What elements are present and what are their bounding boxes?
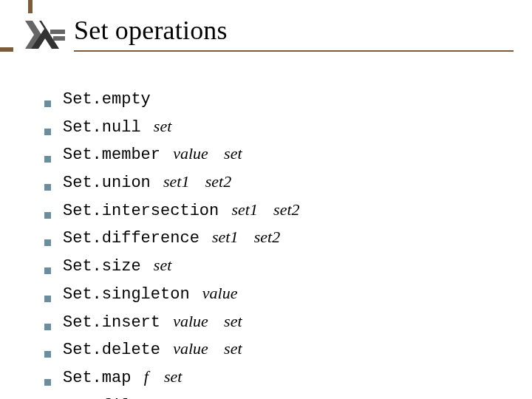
list-item-text: Set.map f set: [63, 366, 502, 389]
code-text: Set.member: [63, 146, 170, 164]
code-text: Set.filter: [63, 397, 170, 399]
code-text: Set.union: [63, 174, 160, 192]
code-text: Set.difference: [63, 229, 209, 248]
code-arg: set1: [163, 172, 189, 191]
code-arg: f: [173, 395, 177, 399]
code-arg: value: [173, 339, 208, 358]
code-text: Set.map: [63, 369, 141, 387]
code-text: [180, 397, 190, 399]
code-text: [211, 313, 221, 332]
code-text: Set.size: [63, 257, 151, 276]
code-arg: set: [164, 367, 182, 386]
list-item-text: Set.null set: [63, 115, 502, 139]
svg-rect-3: [53, 36, 65, 41]
code-arg: set: [194, 395, 211, 399]
code-text: [151, 369, 161, 387]
bullet-icon: [44, 129, 51, 135]
code-arg: value: [202, 284, 238, 302]
code-arg: set: [154, 256, 171, 274]
code-arg: set1: [231, 200, 257, 219]
code-text: Set.singleton: [63, 285, 200, 304]
code-text: Set.intersection: [63, 202, 228, 220]
list-item: Set.map f set: [44, 366, 502, 389]
haskell-logo-icon: [25, 21, 65, 52]
list-item-text: Set.insert value set: [63, 310, 502, 334]
title-area: Set operations: [74, 15, 510, 52]
code-arg: f: [144, 367, 149, 386]
code-arg: set: [154, 117, 171, 135]
code-arg: set: [224, 312, 242, 330]
code-text: [242, 229, 251, 248]
svg-rect-2: [50, 30, 65, 34]
list-item: Set.size set: [44, 254, 502, 278]
list-item: Set.empty: [44, 89, 502, 111]
bullet-icon: [44, 324, 51, 330]
bullet-icon: [44, 100, 51, 107]
list-item: Set.insert value set: [44, 310, 502, 334]
list-item-text: Set.empty: [63, 89, 502, 111]
code-arg: set: [224, 144, 242, 163]
code-text: Set.insert: [63, 313, 170, 332]
code-text: [192, 174, 202, 192]
bullet-icon: [44, 156, 51, 163]
decoration-tick-left: [0, 47, 13, 52]
code-arg: set2: [205, 172, 231, 191]
list-item: Set.null set: [44, 115, 502, 139]
bullet-icon: [44, 296, 51, 302]
code-text: [261, 202, 270, 220]
list-item: Set.delete value set: [44, 338, 502, 361]
list-item-text: Set.singleton value: [63, 282, 502, 306]
list-item: Set.member value set: [44, 143, 502, 166]
bullet-icon: [44, 379, 51, 386]
code-arg: set2: [273, 200, 299, 219]
code-text: Set.delete: [63, 341, 170, 359]
list-item-text: Set.delete value set: [63, 338, 502, 361]
list-item-text: Set.member value set: [63, 143, 502, 166]
code-arg: set: [224, 339, 242, 358]
code-arg: value: [173, 312, 208, 330]
bullet-icon: [44, 184, 51, 191]
list-item: Set.difference set1 set2: [44, 226, 502, 250]
decoration-tick-top: [28, 0, 33, 13]
list-item-text: Set.size set: [63, 254, 502, 278]
list-item: Set.intersection set1 set2: [44, 199, 502, 222]
list-item: Set.filter f set: [44, 394, 502, 399]
list-item: Set.singleton value: [44, 282, 502, 306]
bullet-icon: [44, 212, 51, 219]
code-arg: set2: [254, 228, 280, 246]
slide: Set operations Set.emptySet.null setSet.…: [0, 0, 532, 399]
list-item-text: Set.filter f set: [63, 394, 502, 399]
list-item-text: Set.intersection set1 set2: [63, 199, 502, 222]
code-arg: value: [173, 144, 208, 163]
bullet-icon: [44, 351, 51, 358]
code-arg: set1: [212, 228, 238, 246]
code-text: Set.null: [63, 118, 151, 137]
page-title: Set operations: [74, 15, 510, 46]
code-text: [211, 146, 221, 164]
code-text: Set.empty: [63, 90, 151, 109]
list-item-text: Set.union set1 set2: [63, 171, 502, 194]
title-underline: [74, 50, 514, 52]
bullet-icon: [44, 239, 51, 246]
bullet-icon: [44, 267, 51, 274]
list-item-text: Set.difference set1 set2: [63, 226, 502, 250]
bullet-list: Set.emptySet.null setSet.member value se…: [44, 89, 502, 399]
code-text: [211, 341, 221, 359]
list-item: Set.union set1 set2: [44, 171, 502, 194]
